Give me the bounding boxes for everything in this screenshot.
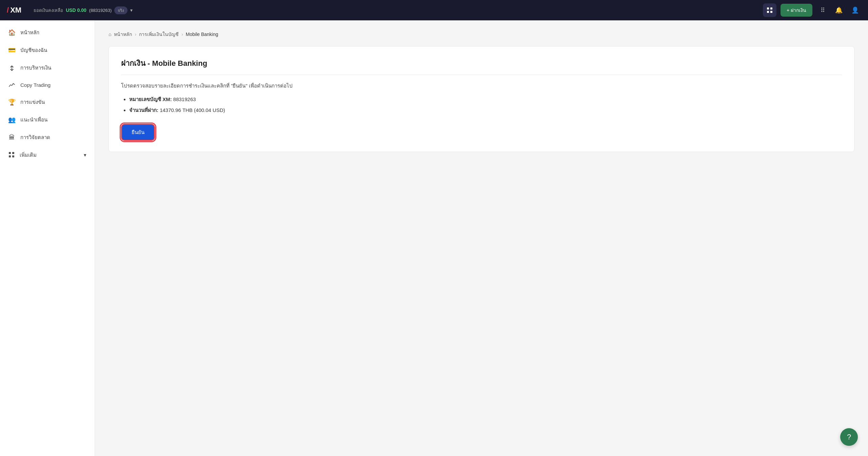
sidebar-item-copy-trading[interactable]: Copy Trading <box>0 77 95 93</box>
sidebar-item-accounts[interactable]: 💳 บัญชีของฉัน <box>0 41 95 59</box>
sidebar-item-market-label: การวิจัยตลาด <box>20 133 50 141</box>
balance-account: (88319263) <box>89 8 112 13</box>
svg-rect-2 <box>767 11 769 13</box>
confirm-button[interactable]: ยืนยัน <box>121 124 155 141</box>
page-title: ฝากเงิน - Mobile Banking <box>121 57 842 75</box>
balance-label: ยอดเงินคงเหลือ <box>34 7 63 14</box>
top-header: / XM ยอดเงินคงเหลือ USD 0.00 (88319263) … <box>0 0 868 20</box>
account-type-badge: จริง <box>114 6 127 14</box>
logo-xm-text: XM <box>10 6 21 15</box>
main-content: ⌂ หน้าหลัก › การเพิ่มเงินในบัญชี › Mobil… <box>95 20 868 456</box>
more-left: เพิ่มเติม <box>8 151 37 159</box>
svg-rect-5 <box>12 152 14 154</box>
sidebar-item-referral-label: แนะนำเพื่อน <box>20 116 47 124</box>
balance-amount: USD 0.00 <box>66 7 86 13</box>
svg-rect-4 <box>9 152 11 154</box>
detail-amount-value-text: 14370.96 THB (400.04 USD) <box>160 107 225 113</box>
support-icon: ? <box>847 433 851 441</box>
transfer-icon <box>8 64 16 71</box>
svg-rect-6 <box>9 155 11 157</box>
people-icon: 👥 <box>8 116 16 124</box>
detail-list: หมายเลขบัญชี XM: 88319263 จำนวนที่ฝาก: 1… <box>121 95 842 114</box>
logo-slash-icon: / <box>7 6 9 15</box>
breadcrumb: ⌂ หน้าหลัก › การเพิ่มเงินในบัญชี › Mobil… <box>108 31 854 38</box>
more-chevron-down-icon: ▾ <box>84 152 86 158</box>
logo[interactable]: / XM <box>7 6 21 15</box>
market-icon: 🏛 <box>8 134 16 141</box>
main-layout: 🏠 หน้าหลัก 💳 บัญชีของฉัน การบริหารเงิน C… <box>0 20 868 456</box>
user-profile-icon[interactable]: 👤 <box>849 4 861 16</box>
detail-account-label: หมายเลขบัญชี XM: <box>129 96 172 102</box>
detail-amount-item: จำนวนที่ฝาก: 14370.96 THB (400.04 USD) <box>129 106 842 114</box>
sidebar-item-home[interactable]: 🏠 หน้าหลัก <box>0 24 95 41</box>
sidebar-item-copy-trading-label: Copy Trading <box>20 82 51 88</box>
sidebar-item-money-label: การบริหารเงิน <box>20 64 51 72</box>
more-label: เพิ่มเติม <box>20 151 37 159</box>
sidebar-item-market-research[interactable]: 🏛 การวิจัยตลาด <box>0 129 95 146</box>
breadcrumb-home-link[interactable]: หน้าหลัก <box>114 31 132 38</box>
svg-rect-1 <box>770 7 772 10</box>
breadcrumb-current: Mobile Banking <box>186 32 218 37</box>
notifications-bell-icon[interactable]: 🔔 <box>833 4 845 16</box>
card-icon: 💳 <box>8 46 16 54</box>
sidebar-item-competition-label: การแข่งขัน <box>20 98 45 106</box>
header-actions: + ฝากเงิน ⠿ 🔔 👤 <box>763 3 861 17</box>
sidebar-item-home-label: หน้าหลัก <box>20 28 39 37</box>
copy-trading-icon <box>8 81 16 89</box>
grid-icon-button[interactable] <box>763 3 776 17</box>
svg-rect-0 <box>767 7 769 10</box>
sidebar-item-money-management[interactable]: การบริหารเงิน <box>0 59 95 77</box>
sidebar: 🏠 หน้าหลัก 💳 บัญชีของฉัน การบริหารเงิน C… <box>0 20 95 456</box>
trophy-icon: 🏆 <box>8 98 16 106</box>
detail-amount-label: จำนวนที่ฝาก: <box>129 107 158 113</box>
balance-dropdown-arrow[interactable]: ▾ <box>130 7 133 13</box>
sidebar-item-accounts-label: บัญชีของฉัน <box>20 46 47 54</box>
sidebar-item-referral[interactable]: 👥 แนะนำเพื่อน <box>0 111 95 129</box>
svg-rect-3 <box>770 11 772 13</box>
apps-icon-button[interactable]: ⠿ <box>816 4 829 16</box>
svg-rect-7 <box>12 155 14 157</box>
breadcrumb-home-icon: ⌂ <box>108 32 111 37</box>
more-grid-icon <box>8 151 15 159</box>
support-button[interactable]: ? <box>840 428 858 446</box>
deposit-button[interactable]: + ฝากเงิน <box>781 4 812 17</box>
breadcrumb-sep-1: › <box>135 32 136 37</box>
breadcrumb-deposit-link[interactable]: การเพิ่มเงินในบัญชี <box>139 31 179 38</box>
sidebar-item-competition[interactable]: 🏆 การแข่งขัน <box>0 93 95 111</box>
detail-account-value-text: 88319263 <box>173 96 196 102</box>
balance-section: ยอดเงินคงเหลือ USD 0.00 (88319263) จริง … <box>34 6 133 14</box>
detail-account-item: หมายเลขบัญชี XM: 88319263 <box>129 95 842 103</box>
deposit-card: ฝากเงิน - Mobile Banking โปรดตรวจสอบรายล… <box>108 46 854 152</box>
sidebar-item-more[interactable]: เพิ่มเติม ▾ <box>0 146 95 164</box>
instruction-text: โปรดตรวจสอบรายละเอียดการชำระเงินและคลิกท… <box>121 82 842 90</box>
breadcrumb-sep-2: › <box>181 32 183 37</box>
home-icon: 🏠 <box>8 29 16 36</box>
